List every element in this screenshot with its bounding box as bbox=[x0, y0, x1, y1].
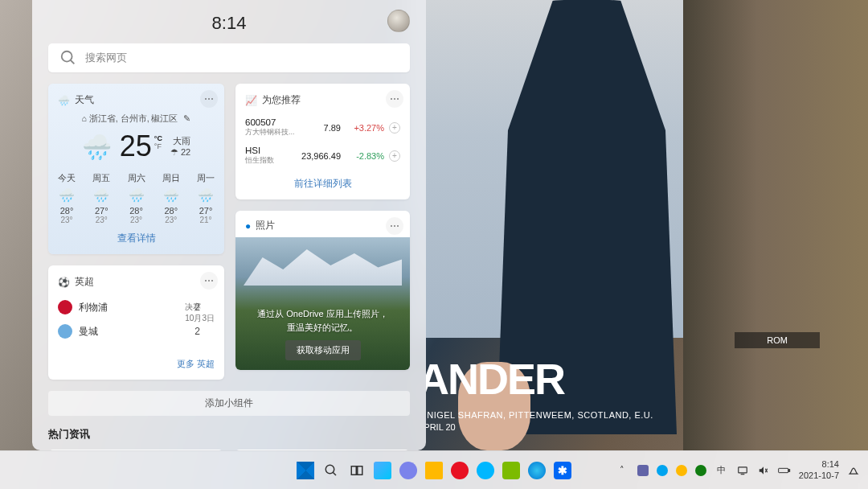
get-app-button[interactable]: 获取移动应用 bbox=[285, 340, 361, 360]
team-score: 2 bbox=[194, 326, 200, 337]
stock-price: 7.89 bbox=[324, 123, 341, 133]
app-button[interactable] bbox=[501, 460, 522, 481]
team-name: 利物浦 bbox=[79, 301, 108, 314]
app-button[interactable] bbox=[475, 460, 496, 481]
rain-icon: 🌧️ bbox=[162, 187, 180, 203]
add-widget-button[interactable]: 添加小组件 bbox=[48, 391, 410, 416]
svg-point-0 bbox=[62, 51, 72, 62]
photos-widget[interactable]: ● 照片 ⋯ 通过从 OneDrive 应用上传照片， 重温美好的记忆。 获取移… bbox=[235, 211, 410, 370]
stocks-details-link[interactable]: 前往详细列表 bbox=[245, 178, 400, 190]
tray-app-icon bbox=[676, 465, 687, 476]
ime-indicator[interactable]: 中 bbox=[715, 464, 728, 477]
tray-icon[interactable] bbox=[694, 464, 707, 477]
add-stock-icon[interactable]: + bbox=[389, 122, 400, 134]
svg-rect-6 bbox=[739, 466, 747, 472]
svg-rect-5 bbox=[358, 466, 362, 475]
widgets-icon bbox=[374, 462, 391, 479]
task-view-button[interactable] bbox=[346, 460, 367, 481]
weather-temperature: 25 °C °F bbox=[120, 129, 162, 163]
photos-image: 通过从 OneDrive 应用上传照片， 重温美好的记忆。 获取移动应用 bbox=[235, 237, 410, 370]
edit-location-icon[interactable]: ✎ bbox=[183, 113, 190, 123]
weather-forecast-row: 今天🌧️28°23° 周五🌧️27°23° 周六🌧️28°23° 周日🌧️28°… bbox=[58, 173, 215, 224]
search-button[interactable] bbox=[321, 460, 342, 481]
widgets-button[interactable] bbox=[372, 460, 393, 481]
stocks-menu-button[interactable]: ⋯ bbox=[386, 90, 403, 108]
weather-icon: 🌧️ bbox=[58, 95, 70, 106]
chat-button[interactable] bbox=[398, 460, 419, 481]
network-icon[interactable] bbox=[736, 464, 749, 477]
rom-badge: ROM bbox=[735, 332, 820, 348]
stock-fullname: 方大特钢科技... bbox=[245, 127, 295, 138]
widgets-panel: 8:14 搜索网页 🌧️ 天气 ⋯ ⌂ 浙江省, 台州市, 椒江区 ✎ bbox=[32, 0, 426, 450]
forecast-day[interactable]: 周五🌧️27°23° bbox=[92, 173, 110, 224]
match-date: 10月3日 bbox=[185, 313, 215, 324]
explorer-button[interactable] bbox=[424, 460, 444, 481]
widgets-clock: 8:14 bbox=[212, 13, 247, 34]
search-icon bbox=[59, 49, 77, 67]
taskbar-clock[interactable]: 8:14 2021-10-7 bbox=[799, 459, 839, 480]
sports-widget[interactable]: ⚽ 英超 ⋯ 利物浦 2 曼城 2 决赛 10月3日 更多 bbox=[48, 265, 224, 380]
weather-temp-value: 25 bbox=[120, 129, 152, 163]
unit-celsius[interactable]: °C bbox=[154, 134, 162, 142]
app-button[interactable]: ✱ bbox=[552, 460, 573, 481]
rain-icon: 🌧️ bbox=[197, 187, 215, 203]
sports-menu-button[interactable]: ⋯ bbox=[200, 272, 218, 290]
photos-caption-2: 重温美好的记忆。 bbox=[257, 321, 388, 335]
weather-widget[interactable]: 🌧️ 天气 ⋯ ⌂ 浙江省, 台州市, 椒江区 ✎ 🌧️ 25 °C °F bbox=[48, 84, 224, 254]
photos-menu-button[interactable]: ⋯ bbox=[386, 217, 403, 235]
task-view-icon bbox=[350, 463, 364, 478]
volume-icon[interactable] bbox=[757, 464, 770, 477]
user-avatar[interactable] bbox=[387, 10, 410, 32]
forecast-day[interactable]: 今天🌧️28°23° bbox=[58, 173, 76, 224]
svg-rect-4 bbox=[351, 466, 356, 475]
stocks-icon: 📈 bbox=[245, 95, 257, 106]
battery-icon[interactable] bbox=[778, 464, 791, 477]
forecast-day[interactable]: 周一🌧️27°21° bbox=[197, 173, 215, 224]
team-badge-liverpool bbox=[58, 300, 72, 314]
stock-symbol: HSI bbox=[245, 146, 274, 155]
chat-icon bbox=[399, 462, 417, 479]
tray-icon[interactable] bbox=[656, 464, 669, 477]
svg-rect-11 bbox=[788, 469, 789, 471]
stock-row[interactable]: HSI 恒生指数 23,966.49 -2.83% + bbox=[245, 142, 400, 170]
home-icon: ⌂ bbox=[82, 113, 87, 123]
weather-location: 浙江省, 台州市, 椒江区 bbox=[89, 113, 178, 123]
photos-title: 照片 bbox=[256, 219, 275, 232]
chevron-up-icon[interactable]: ˄ bbox=[616, 464, 628, 477]
taskbar-center-apps: ✱ bbox=[295, 460, 573, 481]
search-input[interactable]: 搜索网页 bbox=[48, 43, 410, 72]
sports-title: 英超 bbox=[75, 275, 94, 289]
hot-news-section: 热门资讯 大战当前 越南主帅嘲讽国足 市值蒸发3000亿！海底捞 bbox=[48, 427, 410, 450]
stock-change: +3.27% bbox=[350, 123, 384, 133]
weather-extra: ☂ 22 bbox=[170, 147, 190, 158]
photos-caption-1: 通过从 OneDrive 应用上传照片， bbox=[257, 307, 388, 321]
taskbar-right: ˄ 中 8:14 2021-10-7 bbox=[616, 459, 860, 480]
edge-button[interactable] bbox=[526, 460, 547, 481]
app-button[interactable] bbox=[449, 460, 470, 481]
wallpaper-caption-1: Y NIGEL SHAFRAN, PITTENWEEM, SCOTLAND, E… bbox=[418, 410, 653, 420]
app-icon bbox=[477, 462, 494, 479]
team-badge-mancity bbox=[58, 324, 72, 339]
unit-fahrenheit[interactable]: °F bbox=[154, 142, 162, 150]
weather-menu-button[interactable]: ⋯ bbox=[200, 90, 218, 108]
tray-icon[interactable] bbox=[675, 464, 688, 477]
trophy-icon: ⚽ bbox=[58, 277, 70, 288]
stock-change: -2.83% bbox=[350, 151, 384, 161]
sports-more-link[interactable]: 更多 英超 bbox=[58, 358, 215, 370]
start-button[interactable] bbox=[295, 460, 316, 481]
forecast-day[interactable]: 周六🌧️28°23° bbox=[128, 173, 145, 224]
tray-icon[interactable] bbox=[637, 464, 649, 477]
notifications-icon[interactable] bbox=[847, 464, 860, 477]
stocks-widget[interactable]: 📈 为您推荐 ⋯ 600507 方大特钢科技... 7.89 +3.27% + … bbox=[235, 84, 410, 199]
taskbar: ✱ ˄ 中 8:14 2021-10-7 bbox=[0, 450, 868, 489]
windows-logo-icon bbox=[297, 462, 314, 479]
forecast-day[interactable]: 周日🌧️28°23° bbox=[162, 173, 180, 224]
hot-news-title: 热门资讯 bbox=[48, 427, 410, 442]
app-icon bbox=[451, 462, 469, 479]
system-tray bbox=[637, 464, 707, 477]
wallpaper-rock bbox=[683, 0, 868, 450]
weather-details-link[interactable]: 查看详情 bbox=[58, 232, 215, 244]
add-stock-icon[interactable]: + bbox=[389, 150, 400, 162]
stock-row[interactable]: 600507 方大特钢科技... 7.89 +3.27% + bbox=[245, 113, 400, 142]
stock-symbol: 600507 bbox=[245, 117, 295, 127]
